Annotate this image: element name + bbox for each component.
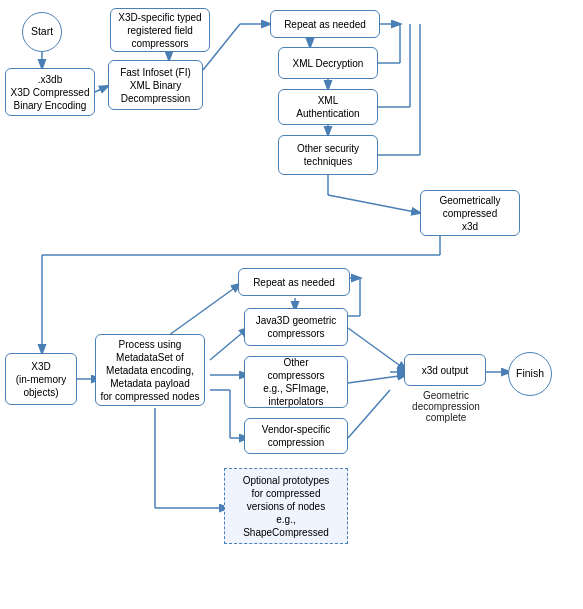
start-node: Start xyxy=(22,12,62,52)
svg-line-16 xyxy=(328,195,420,213)
diagram: Start .x3dbX3D CompressedBinary Encoding… xyxy=(0,0,583,609)
fast-infoset-label: Fast Infoset (FI)XML BinaryDecompression xyxy=(120,66,191,105)
repeat2-label: Repeat as needed xyxy=(253,276,335,289)
other-compressors-label: Othercompressorse.g., SFImage,interpolat… xyxy=(263,356,329,408)
java3d-label: Java3D geometriccompressors xyxy=(256,314,337,340)
svg-line-28 xyxy=(348,328,406,370)
vendor-compression-node: Vendor-specificcompression xyxy=(244,418,348,454)
optional-prototypes-node: Optional prototypesfor compressedversion… xyxy=(224,468,348,544)
xml-decryption-label: XML Decryption xyxy=(293,57,364,70)
svg-line-30 xyxy=(348,390,390,438)
other-compressors-node: Othercompressorse.g., SFImage,interpolat… xyxy=(244,356,348,408)
other-security-node: Other securitytechniques xyxy=(278,135,378,175)
xml-decryption-node: XML Decryption xyxy=(278,47,378,79)
metadata-process-node: Process usingMetadataSet ofMetadata enco… xyxy=(95,334,205,406)
svg-line-21 xyxy=(165,284,240,338)
java3d-node: Java3D geometriccompressors xyxy=(244,308,348,346)
xml-authentication-label: XMLAuthentication xyxy=(296,94,359,120)
x3d-memory-node: X3D(in-memoryobjects) xyxy=(5,353,77,405)
geo-compressed-label: Geometricallycompressedx3d xyxy=(439,194,500,233)
svg-line-29 xyxy=(348,375,406,383)
repeat1-node: Repeat as needed xyxy=(270,10,380,38)
x3db-node: .x3dbX3D CompressedBinary Encoding xyxy=(5,68,95,116)
repeat1-label: Repeat as needed xyxy=(284,18,366,31)
start-label: Start xyxy=(31,25,53,39)
x3d-output-label: x3d output xyxy=(422,364,469,377)
svg-line-1 xyxy=(95,86,108,92)
fast-infoset-node: Fast Infoset (FI)XML BinaryDecompression xyxy=(108,60,203,110)
finish-label: Finish xyxy=(516,367,544,381)
other-security-label: Other securitytechniques xyxy=(297,142,359,168)
x3d-memory-label: X3D(in-memoryobjects) xyxy=(16,360,67,399)
vendor-compression-label: Vendor-specificcompression xyxy=(262,423,330,449)
x3db-label: .x3dbX3D CompressedBinary Encoding xyxy=(11,73,90,112)
metadata-process-label: Process usingMetadataSet ofMetadata enco… xyxy=(101,338,200,403)
xml-authentication-node: XMLAuthentication xyxy=(278,89,378,125)
svg-line-23 xyxy=(210,328,248,360)
optional-prototypes-label: Optional prototypesfor compressedversion… xyxy=(243,474,330,539)
geo-compressed-node: Geometricallycompressedx3d xyxy=(420,190,520,236)
finish-node: Finish xyxy=(508,352,552,396)
x3d-compressors-node: X3D-specific typedregistered fieldcompre… xyxy=(110,8,210,52)
repeat2-node: Repeat as needed xyxy=(238,268,350,296)
x3d-compressors-label: X3D-specific typedregistered fieldcompre… xyxy=(118,11,201,50)
x3d-output-node: x3d output xyxy=(404,354,486,386)
geo-decompression-label: Geometricdecompressioncomplete xyxy=(398,390,494,423)
